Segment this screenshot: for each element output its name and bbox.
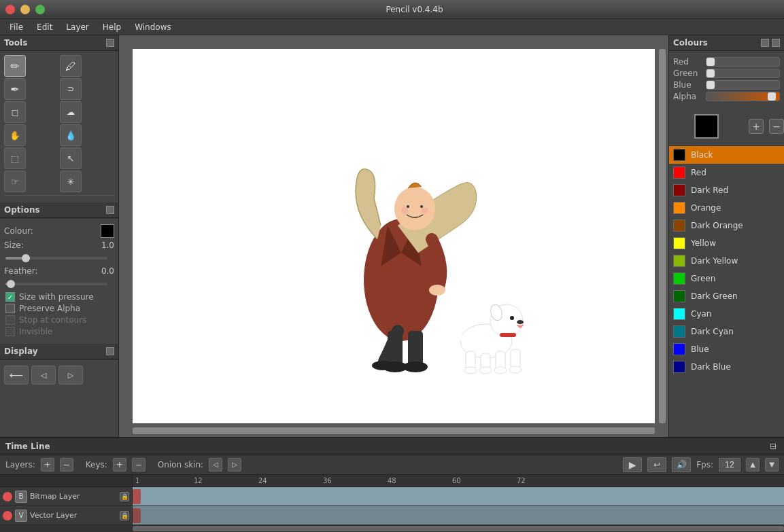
timeline-restore[interactable]: ⊟ (768, 441, 779, 452)
size-slider[interactable] (5, 253, 107, 264)
ruler-12: 12 (194, 477, 203, 484)
tool-pen[interactable]: 🖊 (60, 55, 82, 77)
colour-item-orange[interactable]: Orange (669, 199, 784, 217)
alpha-slider[interactable] (706, 92, 780, 101)
vertical-scrollbar[interactable] (659, 49, 666, 423)
tool-move[interactable]: ↖ (60, 147, 82, 169)
menu-layer[interactable]: Layer (59, 21, 95, 33)
colours-panel-restore[interactable] (761, 39, 769, 47)
keys-label: Keys: (86, 460, 107, 469)
colour-item-blue[interactable]: Blue (669, 340, 784, 358)
fps-input[interactable] (719, 458, 740, 472)
colour-label-yellow: Yellow (691, 238, 716, 248)
options-panel-toggle[interactable] (106, 206, 114, 214)
tool-hand[interactable]: ✋ (4, 124, 26, 146)
menu-file[interactable]: File (3, 21, 30, 33)
canvas-surface (133, 49, 655, 423)
display-prev-btn[interactable]: ⟵ (4, 366, 29, 385)
bitmap-visibility[interactable] (3, 492, 12, 501)
colour-item-green[interactable]: Green (669, 270, 784, 287)
onion-next-button[interactable]: ▷ (228, 458, 241, 472)
remove-colour-button[interactable]: − (769, 119, 784, 134)
bitmap-track[interactable] (133, 487, 784, 506)
canvas-area[interactable] (119, 35, 668, 437)
vector-keyframe-1 (133, 508, 141, 523)
tool-pencil[interactable]: ✏ (4, 55, 26, 77)
bitmap-keyframe-1 (133, 489, 141, 504)
colour-item-dark_red[interactable]: Dark Red (669, 181, 784, 199)
preserve-alpha-row: Preserve Alpha (4, 304, 114, 313)
colours-panel-close[interactable] (772, 39, 780, 47)
feather-slider[interactable] (5, 279, 107, 289)
colour-swatch[interactable] (101, 224, 114, 238)
colour-item-red[interactable]: Red (669, 164, 784, 181)
ruler-60: 60 (452, 477, 461, 484)
vector-lock[interactable]: 🔒 (120, 511, 129, 520)
colour-item-yellow[interactable]: Yellow (669, 234, 784, 252)
colour-swatch-yellow (673, 237, 685, 249)
horizontal-scrollbar[interactable] (133, 427, 655, 434)
size-pressure-checkbox[interactable] (5, 292, 15, 302)
add-layer-button[interactable]: + (41, 458, 54, 472)
sound-button[interactable]: 🔊 (672, 457, 691, 472)
layer-row-bitmap[interactable]: B Bitmap Layer 🔒 (0, 487, 132, 506)
colour-item-dark_blue[interactable]: Dark Blue (669, 358, 784, 376)
window-title: Pencil v0.4.4b (50, 5, 779, 14)
svg-point-16 (510, 316, 514, 320)
colour-item-dark_orange[interactable]: Dark Orange (669, 217, 784, 234)
size-pressure-label: Size with pressure (19, 292, 94, 302)
layer-row-vector[interactable]: V Vector Layer 🔒 (0, 506, 132, 525)
colour-swatch-big[interactable] (694, 114, 719, 139)
remove-key-button[interactable]: − (132, 458, 146, 472)
colour-item-black[interactable]: Black (669, 146, 784, 164)
svg-point-5 (420, 205, 423, 208)
minimize-button[interactable] (20, 5, 30, 14)
tool-eyedropper[interactable]: 💧 (60, 124, 82, 146)
timeline-scrollbar[interactable] (0, 525, 784, 532)
loop-button[interactable]: ↩ (647, 457, 666, 472)
preserve-alpha-checkbox[interactable] (5, 304, 15, 313)
menu-windows[interactable]: Windows (128, 21, 178, 33)
stop-contours-checkbox[interactable] (5, 315, 15, 325)
timeline-scroll-thumb[interactable] (133, 526, 784, 531)
remove-layer-button[interactable]: − (60, 458, 73, 472)
display-show-next-btn[interactable]: ▷ (58, 366, 83, 385)
red-slider-row: Red (673, 57, 780, 67)
colour-swatch-black (673, 149, 685, 161)
colour-item-dark_green[interactable]: Dark Green (669, 287, 784, 305)
menu-help[interactable]: Help (96, 21, 128, 33)
menu-edit[interactable]: Edit (30, 21, 59, 33)
vector-track[interactable] (133, 506, 784, 525)
fps-down-button[interactable]: ▼ (765, 458, 779, 472)
vector-visibility[interactable] (3, 511, 12, 520)
add-colour-button[interactable]: + (749, 119, 764, 134)
tool-select[interactable]: ⬚ (4, 147, 26, 169)
add-key-button[interactable]: + (113, 458, 126, 472)
colour-item-cyan[interactable]: Cyan (669, 305, 784, 323)
tool-smudge[interactable]: ☁ (60, 101, 82, 123)
colour-label-orange: Orange (691, 203, 721, 213)
green-slider[interactable] (706, 69, 780, 78)
tools-panel-toggle[interactable] (106, 39, 114, 47)
onion-prev-button[interactable]: ◁ (209, 458, 222, 472)
red-slider[interactable] (706, 57, 780, 67)
display-panel-toggle[interactable] (106, 347, 114, 355)
tool-misc[interactable]: ✳ (60, 171, 82, 192)
invisible-checkbox[interactable] (5, 327, 15, 336)
ruler-24: 24 (258, 477, 267, 484)
display-panel-header: Display (0, 344, 118, 359)
close-button[interactable] (5, 5, 15, 14)
colour-item-dark_yellow[interactable]: Dark Yellow (669, 252, 784, 270)
tool-ink[interactable]: ✒ (4, 78, 26, 100)
blue-slider[interactable] (706, 80, 780, 90)
play-button[interactable]: ▶ (623, 457, 642, 472)
fps-up-button[interactable]: ▲ (746, 458, 760, 472)
tool-lasso[interactable]: ⊃ (60, 78, 82, 100)
display-show-prev-btn[interactable]: ◁ (31, 366, 56, 385)
maximize-button[interactable] (35, 5, 45, 14)
feather-label: Feather: (4, 266, 90, 276)
colour-item-dark_cyan[interactable]: Dark Cyan (669, 323, 784, 340)
tool-eraser[interactable]: ◻ (4, 101, 26, 123)
bitmap-lock[interactable]: 🔒 (120, 492, 129, 501)
tool-pan[interactable]: ☞ (4, 171, 26, 192)
